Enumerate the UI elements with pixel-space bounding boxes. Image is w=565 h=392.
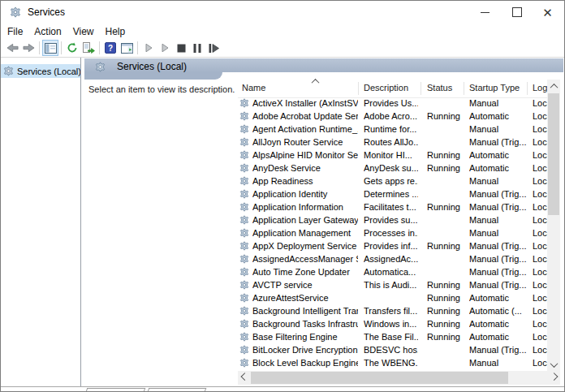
table-row[interactable]: AlpsAlpine HID Monitor Ser...Monitor HI.… <box>238 149 547 162</box>
menu-help[interactable]: Help <box>106 26 133 37</box>
service-description: Determines ... <box>364 189 418 199</box>
table-row[interactable]: Application ManagementProcesses in...Man… <box>238 227 547 240</box>
table-row[interactable]: Auto Time Zone UpdaterAutomatica...Manua… <box>238 266 547 279</box>
services-gear-icon <box>3 66 14 76</box>
table-row[interactable]: AnyDesk ServiceAnyDesk su...RunningAutom… <box>238 162 547 175</box>
title-bar[interactable]: Services ✕ <box>1 1 564 24</box>
scroll-up-button[interactable] <box>547 80 560 93</box>
tab-extended[interactable]: Extended <box>82 388 146 392</box>
maximize-button[interactable] <box>504 1 529 24</box>
service-name: Block Level Backup Engine ... <box>252 358 358 368</box>
chevron-down-icon <box>550 360 558 368</box>
service-log-on-as: Loca <box>533 241 547 251</box>
toolbar-separator <box>61 41 62 54</box>
menu-action[interactable]: Action <box>34 26 68 37</box>
service-description: Automatica... <box>364 267 418 277</box>
show-console-tree-button[interactable] <box>42 40 58 56</box>
pause-service-button[interactable] <box>189 40 205 56</box>
column-divider[interactable] <box>464 82 464 95</box>
service-name: AlpsAlpine HID Monitor Ser... <box>252 150 358 160</box>
services-window: Services ✕ FileActionViewHelp ? <box>0 0 565 392</box>
table-row[interactable]: Agent Activation Runtime_...Runtime for.… <box>238 123 547 136</box>
table-row[interactable]: Background Tasks Infrastruc...Windows in… <box>238 318 547 331</box>
table-row[interactable]: Background Intelligent Tran...Transfers … <box>238 305 547 318</box>
export-list-button[interactable] <box>80 40 97 56</box>
chevron-up-icon <box>550 83 558 91</box>
minimize-button[interactable] <box>472 1 498 24</box>
column-divider[interactable] <box>358 82 359 95</box>
table-row[interactable]: AllJoyn Router ServiceRoutes AllJo...Man… <box>238 136 547 149</box>
table-row[interactable]: Adobe Acrobat Update Serv...Adobe Acro..… <box>238 110 547 123</box>
service-gear-icon <box>239 215 250 226</box>
service-gear-icon <box>239 241 250 252</box>
services-gear-icon <box>10 6 21 18</box>
menu-view[interactable]: View <box>73 26 101 37</box>
service-description: Monitor HI... <box>364 150 418 160</box>
service-name: AVCTP service <box>252 280 358 290</box>
close-button[interactable]: ✕ <box>535 1 560 24</box>
service-log-on-as: Loca <box>533 176 547 186</box>
table-row[interactable]: Block Level Backup Engine ...The WBENG..… <box>238 357 547 370</box>
back-button[interactable] <box>4 40 20 56</box>
service-description: BDESVC hos... <box>364 345 418 355</box>
service-description: The WBENG... <box>364 358 418 368</box>
scroll-right-button[interactable] <box>547 371 560 385</box>
start-service-button[interactable] <box>140 40 157 56</box>
service-status: Running <box>427 280 464 290</box>
tab-standard[interactable]: Standard <box>144 388 206 392</box>
table-row[interactable]: AVCTP serviceThis is Audi...RunningManua… <box>238 279 547 292</box>
back-arrow-icon <box>6 43 19 53</box>
table-row[interactable]: Base Filtering EngineThe Base Fil...Runn… <box>238 331 547 344</box>
table-row[interactable]: App ReadinessGets apps re...ManualLoca <box>238 175 547 188</box>
service-startup-type: Manual (Trig... <box>469 241 531 251</box>
table-row[interactable]: BitLocker Drive Encryption ...BDESVC hos… <box>238 344 547 357</box>
service-startup-type: Automatic <box>469 163 531 173</box>
view-tabs: ExtendedStandard <box>84 388 207 392</box>
resume-service-button[interactable] <box>157 40 173 56</box>
show-action-pane-button[interactable] <box>119 40 135 56</box>
column-header-name[interactable]: Name <box>242 83 356 93</box>
vertical-scrollbar-thumb[interactable] <box>548 93 559 215</box>
service-description: This is Audi... <box>364 280 418 290</box>
toolbar: ? <box>1 39 564 58</box>
table-row[interactable]: Application InformationFacilitates t...R… <box>238 201 547 214</box>
service-gear-icon <box>239 202 250 213</box>
stop-service-button[interactable] <box>173 40 189 56</box>
service-name: Agent Activation Runtime_... <box>252 124 358 134</box>
column-header-status[interactable]: Status <box>427 83 464 93</box>
service-gear-icon <box>239 176 250 187</box>
service-name: Adobe Acrobat Update Serv... <box>252 111 358 121</box>
horizontal-scrollbar-thumb[interactable] <box>251 372 508 384</box>
service-name: Background Intelligent Tran... <box>252 306 358 316</box>
column-header-log-on-as[interactable]: Log On As <box>533 83 548 93</box>
table-row[interactable]: AssignedAccessManager Se...AssignedAc...… <box>238 253 547 266</box>
service-startup-type: Manual (Trig... <box>469 345 531 355</box>
horizontal-scrollbar[interactable] <box>238 371 560 385</box>
help-button[interactable]: ? <box>102 40 119 56</box>
table-row[interactable]: ActiveX Installer (AxInstSV)Provides Us.… <box>238 97 547 110</box>
column-divider[interactable] <box>421 82 421 95</box>
scroll-down-button[interactable] <box>547 358 560 371</box>
tree-item-services-local[interactable]: Services (Local) <box>1 64 80 78</box>
refresh-button[interactable] <box>64 40 80 56</box>
service-gear-icon <box>239 306 250 317</box>
table-row[interactable]: Application Layer Gateway ...Provides su… <box>238 214 547 227</box>
table-row[interactable]: Application IdentityDetermines ...Manual… <box>238 188 547 201</box>
table-row[interactable]: AzureAttestServiceRunningAutomaticLoca <box>238 292 547 305</box>
service-startup-type: Manual (Trig... <box>469 280 531 290</box>
minimize-icon <box>481 12 490 13</box>
column-header-startup-type[interactable]: Startup Type <box>469 83 526 93</box>
scroll-left-button[interactable] <box>238 371 251 385</box>
table-row[interactable]: AppX Deployment Service (...Provides inf… <box>238 240 547 253</box>
menu-file[interactable]: File <box>7 26 30 37</box>
column-divider[interactable] <box>527 82 528 95</box>
vertical-scrollbar[interactable] <box>547 80 560 371</box>
chevron-right-icon <box>550 373 558 381</box>
restart-service-button[interactable] <box>205 40 222 56</box>
console-tree-panel: Services (Local) <box>1 58 81 387</box>
forward-button[interactable] <box>20 40 37 56</box>
column-header-description[interactable]: Description <box>364 83 419 93</box>
service-log-on-as: Loca <box>533 215 547 225</box>
service-startup-type: Manual (Trig... <box>469 189 531 199</box>
service-status: Running <box>427 306 464 316</box>
